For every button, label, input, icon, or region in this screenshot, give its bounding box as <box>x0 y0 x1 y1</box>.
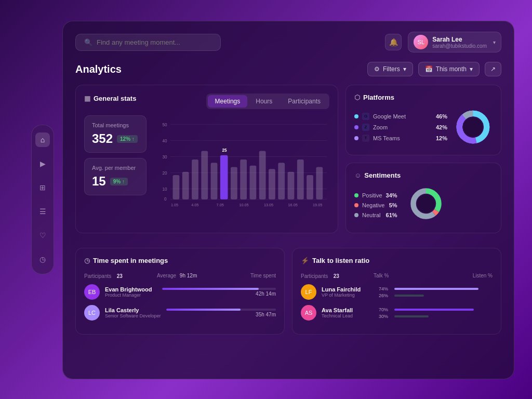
bar-track <box>162 288 276 290</box>
bar-fill <box>166 309 241 311</box>
person-info: Ava Starfall Technical Lead <box>322 307 374 318</box>
talk-listen-bars: 74% 26% <box>379 286 493 298</box>
svg-text:1.05: 1.05 <box>171 203 178 207</box>
person-row: LF Luna Fairchild VP of Marketing 74% 26… <box>301 284 493 300</box>
sentiment-icon: ☺ <box>354 171 361 179</box>
svg-text:7.05: 7.05 <box>217 203 224 207</box>
svg-rect-20 <box>240 159 247 200</box>
svg-rect-26 <box>297 159 304 200</box>
svg-rect-23 <box>269 169 275 199</box>
general-stats-title: ▦ General stats <box>84 95 136 102</box>
sidebar-item-video[interactable]: ▶ <box>35 156 50 171</box>
svg-text:4.05: 4.05 <box>191 203 198 207</box>
talk-listen-card: ⚡ Talk to listen ratio Participants 23 T… <box>292 248 501 335</box>
tab-participants[interactable]: Participants <box>281 95 328 108</box>
clock-icon: ◷ <box>84 257 90 264</box>
calendar-icon: 📅 <box>425 65 433 73</box>
avatar: EB <box>84 284 100 300</box>
right-column: ⬡ Platforms G Google Meet 46% Z <box>345 85 501 233</box>
stats-tab-group: Meetings Hours Participants <box>206 94 329 109</box>
positive-dot <box>354 193 358 197</box>
total-meetings-badge: 12% ↑ <box>117 135 138 143</box>
listen-bar <box>394 315 429 317</box>
svg-text:13.05: 13.05 <box>264 203 273 207</box>
time-spent-card: ◷ Time spent in meetings Participants 23… <box>75 248 285 335</box>
avg-badge: 9% ↑ <box>110 178 128 185</box>
person-info: Luna Fairchild VP of Marketing <box>322 286 374 298</box>
chevron-down-icon: ▾ <box>403 65 406 73</box>
negative-dot <box>354 203 358 207</box>
talk-row: 74% <box>379 286 493 291</box>
svg-text:25: 25 <box>222 148 228 153</box>
stat-boxes: Total meetings 352 12% ↑ Avg. per member… <box>84 115 147 216</box>
avatar: SL <box>414 35 428 49</box>
share-button[interactable]: ↗ <box>485 62 501 76</box>
platform-dot <box>354 125 358 129</box>
search-icon: 🔍 <box>84 38 92 46</box>
svg-text:10: 10 <box>162 187 167 192</box>
chevron-down-icon: ▾ <box>470 65 473 73</box>
talk-bar <box>394 288 478 290</box>
spacer: Participants 23 <box>84 271 157 280</box>
header-right: 🔔 SL Sarah Lee sarah@tubikstudio.com ▾ <box>385 32 501 52</box>
sidebar-item-home[interactable]: ⌂ <box>35 132 50 147</box>
svg-rect-12 <box>173 175 180 200</box>
svg-rect-28 <box>316 167 323 200</box>
bar-fill <box>162 288 259 290</box>
sidebar-item-clock[interactable]: ◷ <box>35 252 50 267</box>
bar-wrap: 35h 47m <box>166 309 276 317</box>
svg-text:16.05: 16.05 <box>288 203 298 207</box>
svg-text:0: 0 <box>164 197 167 202</box>
person-row: LC Lila Casterly Senior Software Develop… <box>84 305 276 321</box>
google-meet-logo: G <box>362 113 369 120</box>
stats-body: Total meetings 352 12% ↑ Avg. per member… <box>84 115 329 216</box>
bar-chart: 50 40 30 20 10 0 <box>154 115 329 216</box>
sentiment-list: Positive 34% Negative 5% Neutral 61% <box>354 192 397 218</box>
page-title: Analytics <box>75 63 122 75</box>
general-stats-card: ▦ General stats Meetings Hours Participa… <box>75 85 338 233</box>
svg-text:40: 40 <box>162 139 167 143</box>
sidebar-item-grid[interactable]: ⊞ <box>35 180 50 195</box>
time-header-cols: Participants 23 Average 9h 12m Time spen… <box>84 271 276 280</box>
user-email: sarah@tubikstudio.com <box>432 43 487 49</box>
platforms-card: ⬡ Platforms G Google Meet 46% Z <box>345 85 501 155</box>
notifications-button[interactable]: 🔔 <box>385 34 402 50</box>
search-bar[interactable]: 🔍 <box>75 34 221 51</box>
talk-listen-bars: 70% 30% <box>379 307 493 319</box>
stats-header: ▦ General stats Meetings Hours Participa… <box>84 94 329 109</box>
share-icon: ↗ <box>490 65 496 73</box>
main-panel: 🔍 🔔 SL Sarah Lee sarah@tubikstudio.com ▾… <box>62 21 514 379</box>
user-badge[interactable]: SL Sarah Lee sarah@tubikstudio.com ▾ <box>408 32 501 52</box>
svg-text:10.05: 10.05 <box>239 203 248 207</box>
platform-list: G Google Meet 46% Z Zoom 42% T <box>354 113 447 142</box>
person-info: Evan Brightwood Product Manager <box>105 286 157 298</box>
date-filter-button[interactable]: 📅 This month ▾ <box>418 62 480 76</box>
list-item: Z Zoom 42% <box>354 124 447 131</box>
chevron-down-icon: ▾ <box>493 39 496 45</box>
sidebar-item-heart[interactable]: ♡ <box>35 228 50 243</box>
avatar: AS <box>301 305 316 321</box>
sentiments-body: Positive 34% Negative 5% Neutral 61% <box>354 185 493 224</box>
stats-icon: ▦ <box>84 95 90 102</box>
avatar: LF <box>301 284 316 300</box>
filters-button[interactable]: ⚙ Filters ▾ <box>367 62 413 76</box>
tab-hours[interactable]: Hours <box>248 95 280 108</box>
spacer: Participants 23 <box>301 271 374 280</box>
col-labels: Talk % Listen % <box>374 273 493 278</box>
sentiments-title: ☺ Sentiments <box>354 171 493 179</box>
tab-meetings[interactable]: Meetings <box>208 95 248 108</box>
sidebar-item-list[interactable]: ☰ <box>35 204 50 219</box>
svg-rect-13 <box>182 172 189 200</box>
search-input[interactable] <box>97 38 212 46</box>
list-item: Neutral 61% <box>354 212 397 218</box>
col-labels: Average 9h 12m Time spent <box>157 273 276 278</box>
user-name: Sarah Lee <box>432 36 487 43</box>
person-row: EB Evan Brightwood Product Manager 42h 1… <box>84 284 276 300</box>
person-row: AS Ava Starfall Technical Lead 70% 30% <box>301 305 493 321</box>
avg-per-member-box: Avg. per member 15 9% ↑ <box>84 158 147 195</box>
talk-listen-title: ⚡ Talk to listen ratio <box>301 257 493 264</box>
sentiments-card: ☺ Sentiments Positive 34% Negative 5 <box>345 163 501 233</box>
sidebar: ⌂ ▶ ⊞ ☰ ♡ ◷ <box>31 125 54 274</box>
avg-label: Avg. per member <box>92 165 139 171</box>
platforms-donut <box>454 108 493 147</box>
